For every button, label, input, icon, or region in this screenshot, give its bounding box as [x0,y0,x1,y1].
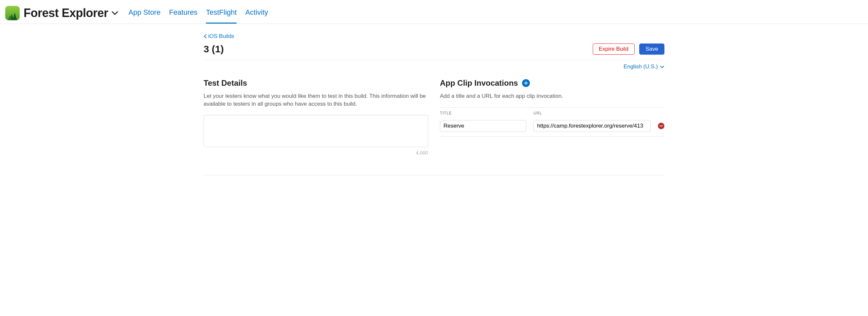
tab-activity[interactable]: Activity [245,8,268,24]
language-selector[interactable]: English (U.S.) [204,63,664,70]
minus-icon [659,124,663,128]
invocations-section: App Clip Invocations Add a title and a U… [440,78,664,155]
char-count: 4,000 [204,150,428,155]
test-details-heading: Test Details [204,78,428,88]
add-invocation-button[interactable] [522,79,530,87]
app-title: Forest Explorer [24,6,108,20]
action-buttons: Expire Build Save [593,43,664,55]
breadcrumb-label: iOS Builds [208,33,234,39]
language-label: English (U.S.) [623,63,658,70]
page-header: 3 (1) Expire Build Save [204,43,664,60]
table-row [440,120,664,137]
chevron-down-icon [660,65,664,68]
tab-app-store[interactable]: App Store [129,8,161,24]
invocations-heading-text: App Clip Invocations [440,78,518,88]
app-header: Forest Explorer App Store Features TestF… [0,0,868,24]
remove-invocation-button[interactable] [658,123,664,129]
nav-tabs: App Store Features TestFlight Activity [129,3,269,24]
app-icon [5,6,20,20]
app-switcher[interactable]: Forest Explorer [24,6,118,20]
svg-marker-2 [12,12,17,20]
test-details-section: Test Details Let your testers know what … [204,78,428,155]
test-details-textarea[interactable] [204,115,428,147]
divider [204,175,664,175]
table-header: TITLE URL [440,111,664,116]
test-details-description: Let your testers know what you would lik… [204,92,428,108]
invocation-title-input[interactable] [440,120,526,132]
content-area: iOS Builds 3 (1) Expire Build Save Engli… [185,24,683,188]
save-button[interactable]: Save [639,43,664,55]
columns: Test Details Let your testers know what … [204,78,664,155]
plus-icon [524,81,528,85]
column-url-header: URL [533,111,664,116]
chevron-left-icon [204,34,207,39]
invocation-table: TITLE URL [440,107,664,137]
invocations-description: Add a title and a URL for each app clip … [440,92,664,100]
tab-testflight[interactable]: TestFlight [206,8,237,24]
invocations-heading: App Clip Invocations [440,78,664,88]
tab-features[interactable]: Features [169,8,197,24]
breadcrumb[interactable]: iOS Builds [204,33,664,39]
page-title: 3 (1) [204,43,224,55]
column-title-header: TITLE [440,111,526,116]
expire-build-button[interactable]: Expire Build [593,43,635,55]
invocation-url-input[interactable] [533,120,651,132]
chevron-down-icon [112,11,118,15]
